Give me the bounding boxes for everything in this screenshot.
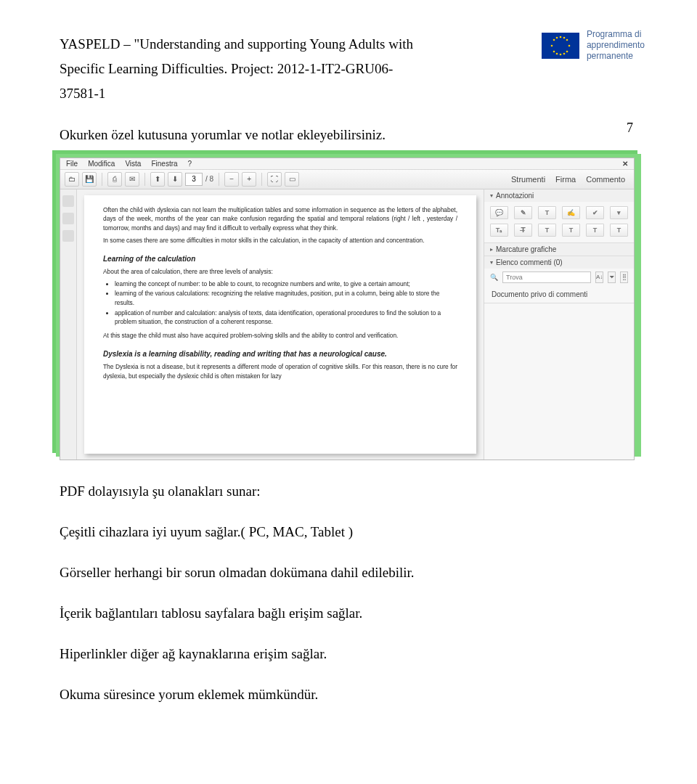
close-icon[interactable]: ✕ bbox=[622, 160, 628, 168]
no-comments-label: Documento privo di commenti bbox=[484, 286, 634, 303]
para: Çeşitli cihazlara iyi uyum sağlar.( PC, … bbox=[60, 518, 645, 545]
para: PDF dolayısıyla şu olanakları sunar: bbox=[60, 478, 645, 505]
page-nav-down-icon[interactable]: ⬇ bbox=[168, 172, 182, 187]
zoom-in-icon[interactable]: + bbox=[242, 172, 256, 187]
tab-firma[interactable]: Firma bbox=[555, 175, 576, 184]
svg-point-9 bbox=[556, 36, 558, 38]
programma-line: apprendimento bbox=[587, 40, 645, 51]
doc-paragraph: Often the child with dyslexia can not le… bbox=[103, 205, 457, 233]
menu-vista[interactable]: Vista bbox=[125, 160, 141, 168]
para: Okuma süresince yorum eklemek mümkündür. bbox=[60, 681, 645, 708]
highlight-icon[interactable]: ✎ bbox=[514, 206, 532, 219]
pdf-reader-window: File Modifica Vista Finestra ? ✕ 🗀 💾 ⎙ ✉… bbox=[60, 158, 635, 460]
panel-elenco-header[interactable]: Elenco commenti (0) bbox=[484, 256, 634, 269]
doc-header: 37581-1 bbox=[60, 81, 645, 106]
find-row: 🔍 A↓ ⏷ ⣿ bbox=[484, 269, 634, 286]
more-tools-icon[interactable]: T bbox=[610, 224, 628, 237]
reader-menubar: File Modifica Vista Finestra ? ✕ bbox=[60, 158, 634, 170]
menu-file[interactable]: File bbox=[66, 160, 78, 168]
project-acronym: YASPELD – bbox=[60, 36, 134, 52]
svg-point-5 bbox=[553, 38, 555, 41]
attachments-icon[interactable] bbox=[62, 230, 74, 242]
reader-toolbar: 🗀 💾 ⎙ ✉ ⬆ ⬇ 3 / 8 − + ⛶ ▭ Strumenti Firm… bbox=[60, 170, 634, 189]
doc-heading: Dyslexia is a learning disability, readi… bbox=[103, 348, 457, 359]
intro-paragraph: Okurken özel kutusuna yorumlar ve notlar… bbox=[60, 123, 645, 147]
post-screenshot-text: PDF dolayısıyla şu olanakları sunar: Çeş… bbox=[60, 478, 645, 708]
svg-point-6 bbox=[566, 38, 568, 41]
svg-point-4 bbox=[568, 44, 571, 46]
pdf-reader-screenshot: File Modifica Vista Finestra ? ✕ 🗀 💾 ⎙ ✉… bbox=[60, 158, 645, 460]
page-nav-up-icon[interactable]: ⬆ bbox=[150, 172, 165, 187]
doc-heading: Learning of the calculation bbox=[103, 253, 457, 264]
svg-point-11 bbox=[556, 52, 558, 54]
save-icon[interactable]: 💾 bbox=[82, 172, 97, 187]
text-comment-icon[interactable]: T bbox=[538, 206, 556, 219]
tab-strumenti[interactable]: Strumenti bbox=[511, 175, 545, 184]
para: İçerik bağlantıları tablosu sayfalara ba… bbox=[60, 600, 645, 626]
zoom-out-icon[interactable]: − bbox=[224, 172, 239, 187]
textbox-icon[interactable]: T bbox=[562, 224, 580, 237]
programma-text: Programma di apprendimento permanente bbox=[587, 29, 645, 62]
eu-flag-icon bbox=[542, 33, 579, 59]
strike-icon[interactable]: T̶ bbox=[514, 224, 532, 237]
doc-paragraph: About the area of calculation, there are… bbox=[103, 267, 457, 277]
filter-icon[interactable]: ⏷ bbox=[608, 271, 616, 283]
page-number: 7 bbox=[627, 121, 633, 136]
tab-commento[interactable]: Commento bbox=[586, 175, 625, 184]
funder-logo: Programma di apprendimento permanente bbox=[542, 29, 645, 62]
search-icon: 🔍 bbox=[490, 274, 498, 281]
thumbnails-icon[interactable] bbox=[62, 195, 74, 207]
doc-paragraph: In some cases there are some difficultie… bbox=[103, 236, 457, 245]
replace-text-icon[interactable]: T bbox=[586, 224, 604, 237]
svg-point-8 bbox=[566, 50, 568, 52]
menu-finestra[interactable]: Finestra bbox=[151, 160, 177, 168]
pen-icon[interactable]: ✍ bbox=[562, 206, 580, 219]
svg-point-12 bbox=[563, 52, 566, 54]
programma-line: permanente bbox=[587, 51, 645, 62]
panel-marcature-header[interactable]: Marcature grafiche bbox=[484, 243, 634, 256]
menu-help[interactable]: ? bbox=[188, 160, 192, 168]
reader-left-sidebar bbox=[60, 189, 77, 460]
page-current-input[interactable]: 3 bbox=[185, 173, 203, 186]
stamp-icon[interactable]: ✔ bbox=[586, 206, 604, 219]
annotation-tools-grid: 💬 ✎ T ✍ ✔ ▾ Tₐ T̶ T T T T bbox=[484, 202, 634, 242]
para: Görseller herhangi bir sorun olmadan dok… bbox=[60, 559, 645, 586]
svg-point-10 bbox=[563, 36, 566, 38]
print-icon[interactable]: ⎙ bbox=[107, 172, 122, 187]
bookmarks-icon[interactable] bbox=[62, 213, 74, 224]
svg-point-3 bbox=[551, 44, 553, 46]
attach-icon[interactable]: ▾ bbox=[610, 206, 628, 219]
project-title-part: "Understanding and supporting Young Adul… bbox=[134, 36, 413, 52]
svg-point-7 bbox=[553, 50, 555, 52]
doc-bullet: application of number and calculation: a… bbox=[115, 309, 457, 327]
options-icon[interactable]: ⣿ bbox=[620, 271, 628, 283]
open-file-icon[interactable]: 🗀 bbox=[65, 172, 79, 187]
underline-icon[interactable]: T bbox=[538, 224, 556, 237]
page-total-label: / 8 bbox=[205, 175, 213, 183]
reader-comments-panel: Annotazioni 💬 ✎ T ✍ ✔ ▾ Tₐ T̶ T T bbox=[484, 189, 634, 460]
fit-page-icon[interactable]: ▭ bbox=[285, 172, 299, 187]
doc-bullet: learning of the various calculations: re… bbox=[115, 289, 457, 307]
mail-icon[interactable]: ✉ bbox=[125, 172, 139, 187]
sort-icon[interactable]: A↓ bbox=[595, 271, 603, 283]
panel-annotazioni-header[interactable]: Annotazioni bbox=[484, 189, 634, 202]
svg-point-2 bbox=[560, 53, 562, 55]
doc-bullet-list: learning the concept of number: to be ab… bbox=[115, 279, 457, 327]
sticky-note-icon[interactable]: 💬 bbox=[490, 206, 508, 219]
project-code-part: Project: 2012-1-IT2-GRU06- bbox=[227, 61, 393, 76]
insert-text-icon[interactable]: Tₐ bbox=[490, 224, 508, 237]
programma-line: Programma di bbox=[587, 29, 645, 40]
find-input[interactable] bbox=[502, 271, 591, 283]
doc-paragraph: At this stage the child must also have a… bbox=[103, 331, 457, 340]
para: Hiperlinkler diğer ağ kaynaklarına erişi… bbox=[60, 640, 645, 667]
menu-modifica[interactable]: Modifica bbox=[88, 160, 115, 168]
doc-bullet: learning the concept of number: to be ab… bbox=[115, 279, 457, 289]
svg-point-1 bbox=[560, 36, 562, 38]
fit-width-icon[interactable]: ⛶ bbox=[267, 172, 282, 187]
reader-document-page: Often the child with dyslexia can not le… bbox=[84, 195, 476, 454]
reader-document-area: Often the child with dyslexia can not le… bbox=[77, 189, 484, 460]
project-code-part: 37581-1 bbox=[60, 86, 105, 101]
doc-paragraph: The Dyslexia is not a disease, but it re… bbox=[103, 362, 457, 380]
project-title-part: Specific Learning Difficulties. bbox=[60, 61, 227, 76]
